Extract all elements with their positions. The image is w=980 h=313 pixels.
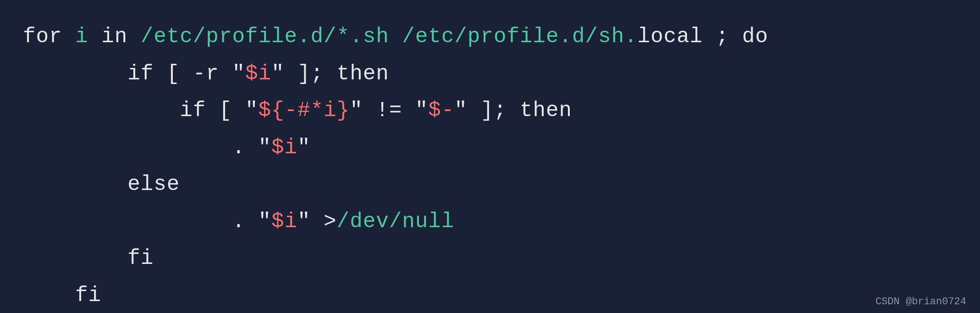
keyword-do: ; do bbox=[703, 25, 768, 49]
keyword: if [ -r " bbox=[23, 62, 245, 86]
code-line-2: if [ -r "$i" ]; then bbox=[23, 56, 957, 93]
keyword: if [ " bbox=[23, 99, 258, 123]
code-line-6: . "$i" >/dev/null bbox=[23, 203, 957, 240]
dev-null-path: /dev/null bbox=[337, 210, 455, 234]
keyword: in bbox=[88, 25, 141, 49]
code-line-4: . "$i" bbox=[23, 129, 957, 167]
keyword: " bbox=[297, 136, 311, 160]
keyword: for bbox=[23, 25, 75, 49]
keyword: " ]; then bbox=[454, 99, 572, 123]
path1: /etc/profile.d/*.sh /etc/profile.d/sh. bbox=[141, 25, 638, 49]
watermark: CSDN @brian0724 bbox=[875, 296, 966, 307]
code-line-8: fi bbox=[23, 277, 957, 313]
code-line-1: for i in /etc/profile.d/*.sh /etc/profil… bbox=[23, 18, 957, 56]
keyword: " ]; then bbox=[271, 62, 389, 86]
code-line-7: fi bbox=[23, 240, 957, 277]
code-block: for i in /etc/profile.d/*.sh /etc/profil… bbox=[0, 0, 980, 313]
var-dollar-i-3: $i bbox=[271, 210, 297, 234]
keyword: " != " bbox=[350, 99, 428, 123]
keyword-else: else bbox=[23, 173, 180, 196]
keyword: . " bbox=[23, 136, 271, 160]
keyword-fi-outer: fi bbox=[23, 284, 101, 307]
var-dash: $- bbox=[428, 99, 454, 123]
var-hash: ${-#*i} bbox=[258, 99, 350, 123]
keyword: " > bbox=[297, 210, 337, 234]
keyword-local: local bbox=[638, 25, 703, 49]
var-dollar-i-1: $i bbox=[245, 62, 271, 86]
code-line-3: if [ "${-#*i}" != "$-" ]; then bbox=[23, 92, 957, 129]
keyword: . " bbox=[23, 210, 271, 234]
var-dollar-i-2: $i bbox=[271, 136, 297, 160]
keyword-fi-inner: fi bbox=[23, 246, 154, 270]
variable-i: i bbox=[75, 25, 88, 49]
code-line-5: else bbox=[23, 166, 957, 203]
